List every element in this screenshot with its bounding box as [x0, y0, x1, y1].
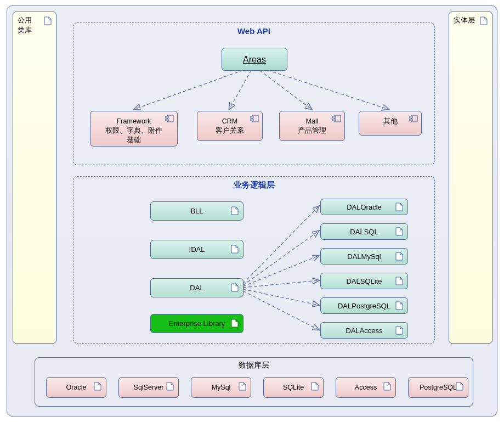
bll-title: 业务逻辑层: [73, 180, 434, 190]
dal-oracle-label: DALOracle: [321, 203, 407, 211]
component-icon: [332, 115, 341, 122]
document-icon: [231, 206, 239, 215]
document-icon: [456, 382, 463, 391]
side-entity-title: 实体层: [454, 15, 475, 25]
db-access: Access: [336, 377, 396, 398]
side-entity-layer: 实体层: [449, 12, 492, 344]
document-icon: [231, 319, 239, 328]
dal-label: DAL: [151, 284, 243, 292]
db-sqlserver: SqlServer: [118, 377, 179, 398]
dal-sql-label: DALSQL: [321, 228, 407, 236]
component-icon: [165, 115, 174, 122]
svg-rect-9: [411, 115, 417, 122]
comp-mall: Mall产品管理: [279, 111, 345, 141]
svg-rect-6: [335, 115, 341, 122]
dal-access: DALAccess: [320, 322, 408, 339]
db-mysql: MySql: [191, 377, 251, 398]
bll-label: BLL: [151, 207, 243, 215]
idal-label: IDAL: [151, 245, 243, 254]
svg-rect-10: [409, 116, 412, 118]
document-icon: [383, 382, 391, 391]
db-postgresql: PostgreSQL: [408, 377, 468, 398]
document-icon: [44, 16, 52, 25]
document-icon: [231, 283, 239, 292]
areas-label: Areas: [243, 55, 266, 64]
comp-crm: CRM客户关系: [197, 111, 263, 141]
bll-container: 业务逻辑层 BLL IDAL DAL Enterprise Library DA…: [73, 176, 435, 344]
dal-oracle: DALOracle: [320, 199, 408, 215]
comp-mall-sub: 产品管理: [280, 126, 344, 136]
areas-box: Areas: [222, 48, 287, 71]
svg-rect-3: [252, 115, 258, 122]
enterprise-library-box: Enterprise Library: [150, 314, 243, 333]
side-common-lib-title: 公用 类库: [18, 15, 32, 35]
bll-box: BLL: [150, 201, 243, 221]
dal-box: DAL: [150, 278, 243, 297]
dal-sqlite: DALSQLite: [320, 273, 408, 289]
idal-box: IDAL: [150, 240, 243, 259]
component-icon: [409, 115, 418, 122]
svg-rect-5: [250, 119, 253, 121]
document-icon: [231, 245, 239, 254]
dal-sqlite-label: DALSQLite: [321, 277, 407, 285]
svg-rect-1: [165, 116, 168, 118]
comp-framework: Framework权限、字典、附件 基础: [90, 111, 178, 147]
webapi-container: Web API Areas Framework权限、字典、附件 基础 CRM客户…: [73, 22, 435, 165]
dal-sql: DALSQL: [320, 223, 408, 240]
svg-rect-0: [167, 115, 173, 122]
document-icon: [166, 382, 174, 391]
comp-other: 其他: [359, 111, 422, 136]
document-icon: [395, 277, 403, 285]
side-common-lib: 公用 类库: [13, 12, 56, 344]
db-sqlite: SQLite: [263, 377, 324, 398]
dal-postgresql-label: DALPostgreSQL: [321, 302, 407, 310]
svg-rect-7: [332, 116, 336, 118]
webapi-title: Web API: [73, 26, 434, 36]
document-icon: [395, 202, 403, 211]
db-container: 数据库层 Oracle SqlServer MySql SQLite Acces…: [35, 357, 473, 407]
component-icon: [250, 115, 259, 122]
svg-rect-2: [165, 119, 168, 121]
document-icon: [311, 382, 319, 391]
document-icon: [395, 301, 403, 310]
db-oracle: Oracle: [46, 377, 106, 398]
dal-access-label: DALAccess: [321, 327, 407, 335]
svg-rect-11: [409, 119, 412, 121]
comp-framework-title: Framework: [90, 117, 177, 126]
document-icon: [239, 382, 246, 391]
comp-framework-sub: 权限、字典、附件 基础: [90, 126, 177, 145]
outer-frame: 公用 类库 实体层 Web API Areas Framework权限、字典、附…: [7, 5, 497, 417]
document-icon: [395, 326, 403, 335]
enterprise-library-label: Enterprise Library: [151, 319, 243, 328]
svg-rect-8: [332, 119, 336, 121]
dal-mysql: DALMySql: [320, 248, 408, 265]
svg-rect-4: [250, 116, 253, 118]
document-icon: [94, 382, 101, 391]
dal-mysql-label: DALMySql: [321, 252, 407, 261]
dal-postgresql: DALPostgreSQL: [320, 297, 408, 314]
document-icon: [480, 16, 488, 25]
document-icon: [395, 227, 403, 236]
db-title: 数据库层: [35, 358, 473, 370]
comp-crm-sub: 客户关系: [197, 126, 262, 136]
document-icon: [395, 252, 403, 261]
